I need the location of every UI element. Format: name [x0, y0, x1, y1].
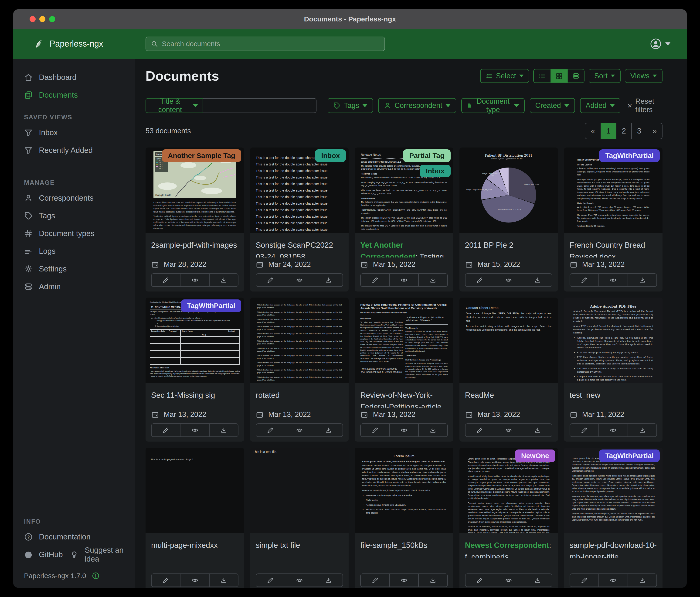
view-button[interactable] [598, 273, 628, 287]
edit-button[interactable] [360, 573, 390, 587]
document-correspondent[interactable]: Yet Another Correspondent [360, 241, 416, 258]
filter-added-button[interactable]: Added [580, 98, 621, 113]
document-card[interactable]: Partial TagInbox Release NotesSimba ODBC… [355, 147, 453, 291]
reset-filters-button[interactable]: × Reset filters [627, 97, 662, 114]
document-thumbnail[interactable]: TagWithPartial Lorem ipsum dolor sit ame… [564, 448, 662, 533]
app-logo[interactable]: Paperless-ngx [34, 29, 103, 59]
edit-button[interactable] [256, 423, 285, 437]
download-button[interactable] [418, 573, 448, 587]
sort-button[interactable]: Sort [589, 69, 621, 83]
views-button[interactable]: Views [625, 69, 662, 83]
edit-button[interactable] [151, 273, 180, 287]
document-title[interactable]: Review-of-New-York-Federal-Petitions-art… [360, 389, 448, 408]
view-button[interactable] [285, 573, 314, 587]
search-bar[interactable] [146, 37, 385, 51]
view-button[interactable] [389, 573, 419, 587]
view-button[interactable] [180, 573, 209, 587]
document-thumbnail[interactable]: Adobe Acrobat PDF FilesAdobe® Portable D… [564, 297, 662, 383]
document-thumbnail[interactable]: This is a multi page document. Page 1. [146, 448, 244, 533]
tag-badge[interactable]: NewOne [515, 450, 555, 462]
pagination-next-button[interactable]: » [647, 123, 662, 139]
detail-view-button[interactable] [567, 69, 584, 82]
edit-button[interactable] [360, 273, 390, 287]
pagination-page-3[interactable]: 3 [631, 123, 647, 139]
document-thumbnail[interactable]: This is a test file. [250, 448, 349, 533]
search-input[interactable] [162, 40, 380, 48]
pagination-prev-button[interactable]: « [585, 123, 601, 139]
document-card[interactable]: This is a multi page document. Page 1. m… [146, 448, 244, 588]
download-button[interactable] [314, 273, 343, 287]
document-title[interactable]: 2sample-pdf-with-images [151, 239, 239, 258]
document-card[interactable]: Contact Sheet DemoGiven a set of image f… [459, 297, 558, 441]
download-button[interactable] [523, 573, 552, 587]
document-correspondent[interactable]: Newest Correspondent [465, 541, 549, 549]
tag-badge[interactable]: Another Sample Tag [162, 149, 241, 162]
document-card[interactable]: Patient BP Distribution 2011Normal, 151,… [459, 147, 558, 291]
edit-button[interactable] [151, 573, 180, 587]
document-title[interactable]: French Country Bread Revised.docx [570, 239, 657, 258]
sidebar-item-dashboard[interactable]: Dashboard [13, 69, 135, 86]
download-button[interactable] [628, 573, 657, 587]
view-button[interactable] [180, 273, 209, 287]
document-card[interactable]: Another Sample Tag Boundary Waters TripL… [146, 147, 244, 291]
view-button[interactable] [285, 273, 314, 287]
edit-button[interactable] [570, 423, 599, 437]
sidebar-item-documentation[interactable]: Documentation [13, 528, 135, 546]
document-card[interactable]: TagWithPartial French Country BreadFor t… [564, 147, 662, 291]
view-button[interactable] [494, 273, 523, 287]
download-button[interactable] [314, 423, 343, 437]
view-button[interactable] [494, 573, 523, 587]
document-title[interactable]: simple txt file [256, 540, 343, 558]
document-title[interactable]: sample-pdf-download-10-mb-longer-title [570, 540, 657, 558]
info-icon[interactable] [92, 572, 100, 580]
download-button[interactable] [418, 273, 448, 287]
document-title[interactable]: Sec 11-Missing sig [151, 389, 239, 408]
tag-badge[interactable]: TagWithPartial [181, 300, 242, 312]
filter-text-input[interactable] [203, 98, 316, 113]
sidebar-item-documents[interactable]: Documents [13, 86, 135, 104]
document-thumbnail[interactable]: Partial TagInbox Release NotesSimba ODBC… [355, 147, 453, 233]
document-thumbnail[interactable]: Review of New York Federal Petitions for… [355, 297, 453, 383]
download-button[interactable] [628, 423, 657, 437]
download-button[interactable] [209, 273, 239, 287]
sidebar-item-settings[interactable]: Settings [13, 260, 135, 278]
sidebar-item-correspondents[interactable]: Correspondents [13, 189, 135, 207]
sidebar-item-document-types[interactable]: Document types [13, 224, 135, 242]
grid-view-button[interactable] [550, 69, 567, 82]
pagination-page-2[interactable]: 2 [616, 123, 631, 139]
download-button[interactable] [523, 423, 552, 437]
download-button[interactable] [209, 573, 239, 587]
select-button[interactable]: Select [480, 69, 529, 83]
document-thumbnail[interactable]: TagWithPartial French Country BreadFor t… [564, 147, 662, 233]
document-thumbnail[interactable]: TagWithPartial Application for Medical S… [146, 297, 244, 383]
filter-document-type-button[interactable]: Document type [461, 98, 524, 113]
document-title[interactable]: Newest Correspondent: f_combineds [465, 540, 552, 558]
edit-button[interactable] [570, 273, 599, 287]
document-title[interactable]: 2011 BP Pie 2 [465, 239, 552, 258]
filter-field-dropdown[interactable]: Title & content [146, 98, 203, 113]
download-button[interactable] [209, 423, 239, 437]
view-button[interactable] [389, 423, 419, 437]
document-card[interactable]: Lorem ipsumLorem ipsum dolor sit amet, c… [355, 448, 453, 588]
sidebar-item-logs[interactable]: Logs [13, 242, 135, 260]
view-button[interactable] [598, 423, 628, 437]
document-card[interactable]: NewOne Lorem ipsum dolor sit amet, conse… [459, 448, 558, 588]
document-title[interactable]: file-sample_150kBs [360, 540, 448, 558]
view-button[interactable] [598, 573, 628, 587]
view-button[interactable] [389, 273, 419, 287]
pagination-page-1[interactable]: 1 [601, 123, 616, 139]
document-card[interactable]: Review of New York Federal Petitions for… [355, 297, 453, 441]
document-card[interactable]: TagWithPartial Application for Medical S… [146, 297, 244, 441]
edit-button[interactable] [256, 573, 285, 587]
edit-button[interactable] [256, 273, 285, 287]
document-title[interactable]: ReadMe [465, 389, 552, 408]
tag-badge[interactable]: Partial Tag [403, 149, 450, 162]
sidebar-item-recently-added[interactable]: Recently Added [13, 141, 135, 159]
document-card[interactable]: This is a test file. simple txt file [250, 448, 349, 588]
edit-button[interactable] [360, 423, 390, 437]
tag-badge[interactable]: TagWithPartial [599, 149, 660, 162]
sidebar-item-tags[interactable]: Tags [13, 207, 135, 224]
view-button[interactable] [285, 423, 314, 437]
tag-badge[interactable]: Inbox [420, 165, 451, 177]
document-thumbnail[interactable]: This is the text that appears on the fir… [250, 297, 349, 383]
